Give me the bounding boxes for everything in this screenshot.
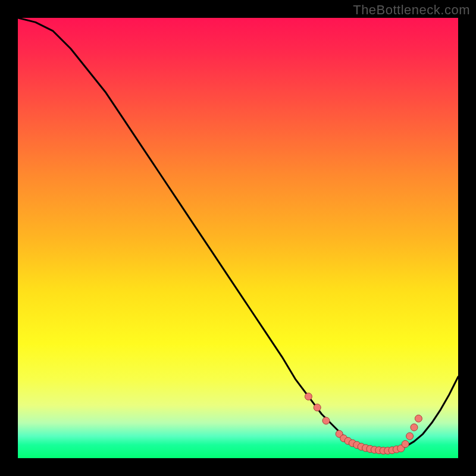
source-watermark: TheBottleneck.com: [353, 2, 470, 18]
data-marker: [411, 424, 418, 431]
data-marker: [415, 415, 422, 422]
chart-container: TheBottleneck.com: [0, 0, 476, 476]
marker-group: [305, 393, 422, 454]
data-marker: [305, 393, 312, 400]
bottleneck-curve: [18, 18, 458, 450]
data-marker: [402, 440, 409, 447]
data-marker: [406, 433, 414, 440]
data-marker: [322, 417, 330, 424]
plot-area: [18, 18, 458, 458]
data-marker: [314, 404, 321, 411]
curve-layer: [18, 18, 458, 458]
